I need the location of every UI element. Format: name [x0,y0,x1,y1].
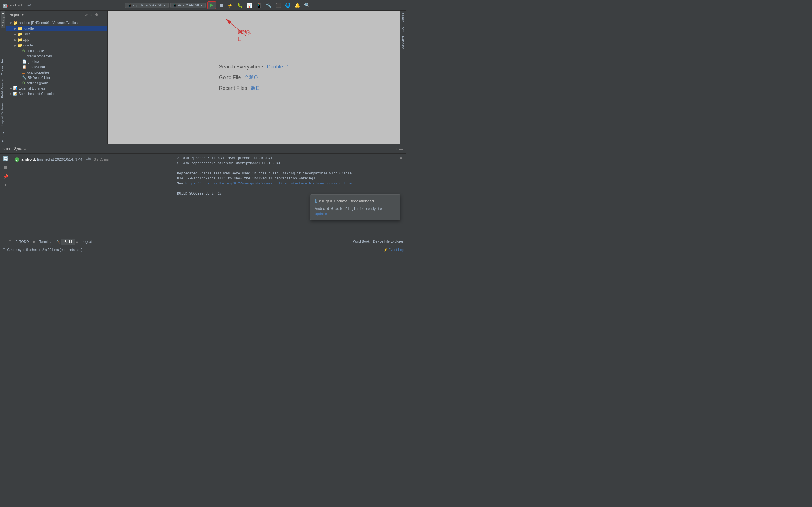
notif-icon: ℹ [315,198,317,205]
notif-body: Android Gradle Plugin is ready to update… [315,207,396,217]
build-tab-icon: 🔨 [56,240,60,244]
event-log-link[interactable]: ⚡ Event Log [384,248,404,252]
bottom-tab-build[interactable]: Build [61,238,75,245]
app-icon: 🤖 [2,3,8,8]
build-duration: 3 s 85 ms [94,158,109,161]
tree-item-gradle-folder[interactable]: ▶ 📁 gradle [6,43,107,48]
console-action-2[interactable]: ↓ [397,164,405,172]
build-item: ✓ android: finished at 2020/10/14, 9:44 … [13,156,172,163]
tree-item-scratches[interactable]: ▶ 📝 Scratches and Consoles [6,91,107,96]
back-button[interactable]: ↩ [26,2,32,8]
logcat-tab-label: Logcat [82,240,92,244]
external-libs-label: External Libraries [18,87,45,91]
gradle-folder-label: gradle [23,43,33,47]
right-tab-database[interactable]: Database [401,34,405,52]
project-header: Project ▼ ⊕ ≡ ⚙ — [6,11,107,19]
refresh-action[interactable]: 🔄 [2,155,10,163]
app-arrow: ▶ [13,38,17,41]
search-hint-everywhere: Search Everywhere Double ⇧ [219,64,289,70]
build-actions: 🔄 ⏹ 📌 👁 [0,154,11,237]
gradle-folder-arrow: ▶ [13,44,17,47]
console-line-3: Deprecated Gradle features were used in … [177,171,404,176]
profile-button[interactable]: 📊 [246,2,253,8]
run-button[interactable] [207,1,216,9]
tree-item-app[interactable]: ▶ 📁 app [6,37,107,43]
search-everywhere-button[interactable]: 🔍 [303,2,311,8]
tree-item-gradlew[interactable]: 📄 gradlew [6,59,107,64]
build-status: finished [37,157,50,161]
stop-button[interactable]: ⏹ [218,2,225,8]
layout-captures-tab[interactable]: Layout Captures [0,101,4,128]
notifications-button[interactable]: 🔔 [294,2,301,8]
right-tab-ant[interactable]: Ant [401,24,405,34]
plugin-update-link[interactable]: update [315,212,327,216]
build-settings-icon[interactable]: ⚙ [393,146,398,152]
build-text: android: finished at 2020/10/14, 9:44 下午… [21,157,109,162]
stop-action[interactable]: ⏹ [2,164,10,172]
eye-action[interactable]: 👁 [2,182,10,189]
right-tab-wordbook[interactable]: Word Book [352,237,370,245]
gradlew-icon: 📄 [22,59,27,64]
scope-icon[interactable]: ⊕ [84,12,89,17]
tree-item-local-properties[interactable]: ☰ local.properties [6,69,107,75]
docs-link[interactable]: https://docs.gradle.org/6.2/userguide/co… [185,182,352,186]
layout-inspector[interactable]: ⬛ [274,2,282,8]
build-tab-sync[interactable]: Sync ✕ [12,146,29,152]
build-left: ✓ android: finished at 2020/10/14, 9:44 … [11,154,175,237]
favorites-tab[interactable]: 2: Favorites [0,56,4,77]
translate-button[interactable]: 🌐 [284,2,292,8]
bottom-tabs-row: ☑ 6: TODO ▶ Terminal 🔨 Build ≡ Logcat Wo… [0,237,406,245]
search-hint-recent: Recent Files ⌘E [219,85,289,91]
bottom-section: Build: Sync ✕ ⚙ — 🔄 ⏹ 📌 👁 ✓ [0,144,406,245]
device-dropdown-arrow: ▼ [200,4,203,7]
close-icon[interactable]: — [100,12,105,17]
build-gradle-icon: ⚙ [22,49,26,53]
sdk-button[interactable]: 🔧 [265,2,273,8]
sidebar-tab-project[interactable]: 1: Project [1,11,5,28]
tree-item-idea[interactable]: ▶ 📁 .idea [6,31,107,37]
sync-tab-close[interactable]: ✕ [24,147,26,151]
tree-item-build-gradle[interactable]: ⚙ build.gradle [6,48,107,54]
app-icon-tree: 📁 [17,38,22,42]
bottom-tab-terminal[interactable]: Terminal [37,238,55,245]
build-variants-tab[interactable]: Build Variants [0,77,4,100]
annotation-text: 启动项目 [238,29,254,42]
device-label: Pixel 2 API 28 [178,3,199,7]
gradle-dir-label: .gradle [23,26,34,31]
bottom-tab-todo[interactable]: 6: TODO [13,238,32,245]
iml-icon: 🔧 [22,75,27,80]
gradlew-bat-icon: 📋 [22,65,27,69]
tree-item-gradlew-bat[interactable]: 📋 gradlew.bat [6,64,107,69]
console-line-4: Use '--warning-mode all' to show the ind… [177,176,404,181]
sync-button[interactable]: ⚡ [226,2,234,8]
build-gradle-label: build.gradle [27,49,44,53]
right-sidebar: Gradle Ant Database [400,11,406,144]
tree-item-root[interactable]: ▼ 📁 android [RNDemo01] /Volumes/Applica [6,20,107,25]
avd-button[interactable]: 📱 [255,2,263,8]
status-text: Gradle sync finished in 2 s 901 ms (mome… [7,248,384,252]
debug-button[interactable]: 🐛 [236,2,244,8]
right-tab-device-explorer[interactable]: Device File Explorer [372,237,404,245]
bottom-tab-logcat[interactable]: Logcat [79,238,95,245]
dropdown-arrow: ▼ [163,4,166,7]
main-content: 1: Project 2: Structure Project ▼ ⊕ ≡ ⚙ … [0,11,406,144]
settings-icon[interactable]: ⚙ [94,12,99,17]
console-action-1[interactable]: ≡ [397,155,405,163]
tree-item-external-libs[interactable]: ▶ 📊 External Libraries [6,86,107,91]
idea-label: .idea [23,32,31,36]
right-tab-gradle[interactable]: Gradle [401,11,405,24]
build-minimize-icon[interactable]: — [399,146,404,152]
root-label: android [RNDemo01] /Volumes/Applica [19,21,78,25]
gradle-props-icon: ☰ [22,54,26,58]
flatten-icon[interactable]: ≡ [90,12,93,17]
tree-item-gradle-properties[interactable]: ☰ gradle.properties [6,54,107,59]
tree-item-iml[interactable]: 🔧 RNDemo01.iml [6,75,107,80]
project-tree: ▼ 📁 android [RNDemo01] /Volumes/Applica … [6,19,107,144]
terminal-icon: ▶ [33,240,36,244]
tree-item-gradle-dir[interactable]: ▶ 📁 .gradle [6,25,107,31]
device-selector[interactable]: 📱 Pixel 2 API 28 ▼ [170,3,206,8]
pin-action[interactable]: 📌 [2,173,10,180]
tree-item-settings-gradle[interactable]: ⚙ settings.gradle [6,80,107,86]
app-config-selector[interactable]: 📱 app | Pixel 2 API 28 ▼ [125,3,168,8]
idea-arrow: ▶ [13,33,17,36]
